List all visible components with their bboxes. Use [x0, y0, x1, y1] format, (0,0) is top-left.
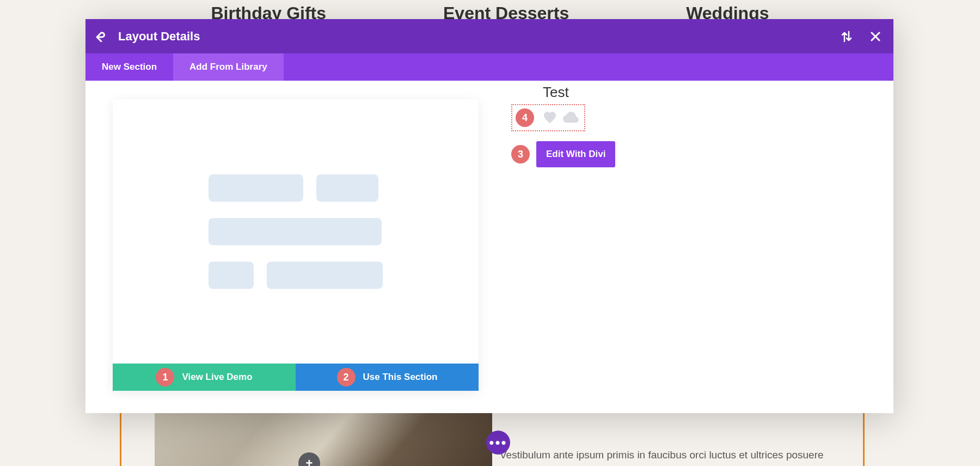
- preview-actions: 1 View Live Demo 2 Use This Section: [113, 364, 479, 391]
- use-this-section-button[interactable]: 2 Use This Section: [296, 364, 479, 391]
- edit-row: 3 Edit With Divi: [511, 141, 615, 167]
- layout-item-title: Test: [543, 84, 569, 101]
- heart-icon[interactable]: [543, 111, 557, 124]
- modal-title: Layout Details: [118, 29, 823, 44]
- more-icon: •••: [489, 434, 507, 451]
- tab-new-section[interactable]: New Section: [85, 53, 173, 81]
- modal-tabs: New Section Add From Library: [85, 53, 893, 81]
- modal-body: 1 View Live Demo 2 Use This Section Test…: [85, 81, 893, 413]
- settings-fab-button[interactable]: •••: [486, 431, 510, 455]
- annotation-badge-2: 2: [337, 368, 356, 386]
- layout-details-panel: Test 4 3 Edit With Divi: [511, 99, 615, 167]
- modal-header: Layout Details: [85, 19, 893, 53]
- layout-preview-area: [113, 99, 479, 364]
- plus-icon: +: [306, 456, 313, 466]
- annotation-badge-3: 3: [511, 145, 530, 164]
- annotation-badge-1: 1: [156, 368, 174, 386]
- layout-details-modal: Layout Details New Section Add From Libr…: [85, 19, 893, 413]
- use-this-section-label: Use This Section: [363, 372, 438, 383]
- edit-with-divi-button[interactable]: Edit With Divi: [536, 141, 615, 167]
- layout-meta-row: 4: [511, 104, 585, 131]
- background-paragraph: Vestibulum ante ipsum primis in faucibus…: [500, 449, 837, 461]
- tab-add-from-library[interactable]: Add From Library: [173, 53, 284, 81]
- skeleton-loader: [209, 174, 383, 289]
- annotation-badge-4: 4: [516, 108, 534, 127]
- view-live-demo-label: View Live Demo: [182, 372, 252, 383]
- background-image: [155, 412, 492, 466]
- cloud-icon[interactable]: [562, 112, 579, 124]
- close-icon[interactable]: [871, 32, 880, 41]
- sort-icon[interactable]: [841, 31, 852, 43]
- layout-preview-card: 1 View Live Demo 2 Use This Section: [113, 99, 479, 391]
- back-icon[interactable]: [95, 31, 108, 42]
- view-live-demo-button[interactable]: 1 View Live Demo: [113, 364, 296, 391]
